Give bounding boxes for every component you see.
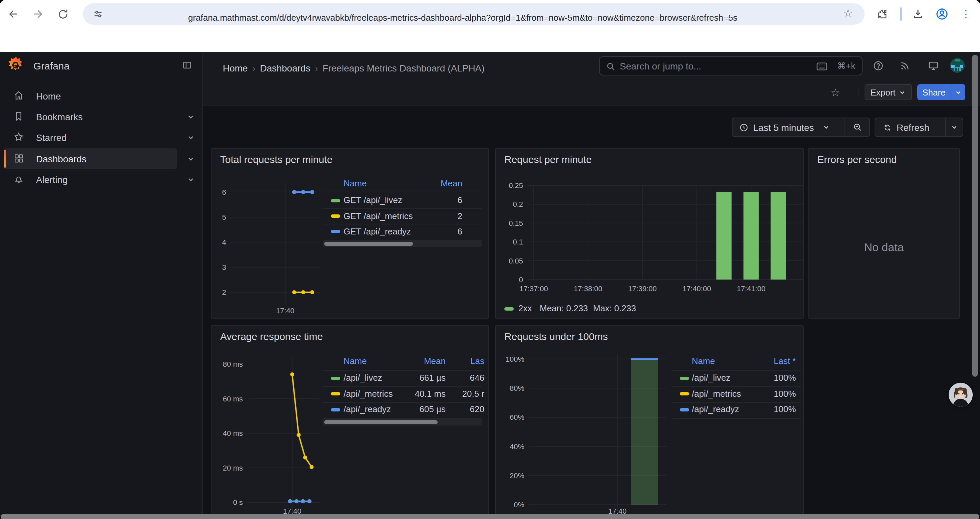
chevron-down-icon xyxy=(951,124,958,131)
sidebar-item-starred[interactable]: Starred xyxy=(0,127,203,148)
active-item-highlight xyxy=(4,148,177,169)
help-icon[interactable] xyxy=(873,60,884,72)
monitor-icon[interactable] xyxy=(927,60,939,72)
browser-menu-icon[interactable]: ⋮ xyxy=(958,6,974,22)
legend-row-name[interactable]: GET /api/_metrics xyxy=(344,211,413,221)
refresh-icon xyxy=(883,123,892,132)
time-range-picker[interactable]: Last 5 minutes xyxy=(732,118,845,136)
legend-header-name[interactable]: Name xyxy=(344,179,367,188)
breadcrumb-home[interactable]: Home xyxy=(223,63,248,73)
legend-scrollbar-thumb[interactable] xyxy=(324,241,413,246)
series-color-pill xyxy=(680,408,689,411)
legend-header-last[interactable]: Las xyxy=(450,357,484,366)
extensions-icon[interactable] xyxy=(874,6,890,22)
star-icon xyxy=(13,132,24,142)
legend-row-name[interactable]: /api/_readyz xyxy=(692,405,739,414)
chevron-down-icon[interactable] xyxy=(187,176,195,184)
svg-text:80%: 80% xyxy=(510,384,524,393)
refresh-interval-button[interactable] xyxy=(946,118,963,136)
forward-icon[interactable] xyxy=(30,6,46,22)
screen: grafana.mathmast.com/d/deytv4rwavabkb/fr… xyxy=(0,0,980,519)
legend-row-name[interactable]: /api/_readyz xyxy=(344,405,391,414)
clock-icon xyxy=(739,123,749,132)
svg-text:60 ms: 60 ms xyxy=(223,395,243,403)
svg-text:2: 2 xyxy=(222,288,226,297)
legend-header-name[interactable]: Name xyxy=(692,357,715,366)
url-bar[interactable]: grafana.mathmast.com/d/deytv4rwavabkb/fr… xyxy=(83,3,865,25)
favorite-star-icon[interactable]: ☆ xyxy=(830,86,840,99)
legend-row-name[interactable]: GET /api/_livez xyxy=(344,196,402,205)
brand-name: Grafana xyxy=(33,60,69,72)
sidebar-item-alerting[interactable]: Alerting xyxy=(0,169,203,190)
panel-average-response-time: Average response time 80 ms60 ms40 ms20 … xyxy=(211,325,489,519)
site-settings-icon[interactable] xyxy=(92,8,104,20)
svg-text:80 ms: 80 ms xyxy=(223,360,243,368)
search-shortcut: ⌘+k xyxy=(837,61,855,71)
svg-text:20%: 20% xyxy=(510,471,524,480)
share-menu-button[interactable] xyxy=(951,84,965,100)
actions-divider xyxy=(859,87,859,97)
svg-text:60%: 60% xyxy=(510,413,524,422)
share-button[interactable]: Share xyxy=(917,84,951,100)
svg-text:40 ms: 40 ms xyxy=(223,429,243,438)
search-input[interactable]: Search or jump to... ⌘+k xyxy=(599,56,862,75)
keyboard-icon xyxy=(816,62,827,71)
url-text[interactable]: grafana.mathmast.com/d/deytv4rwavabkb/fr… xyxy=(188,13,738,23)
back-icon[interactable] xyxy=(5,6,21,22)
panel-errors-per-second: Errors per second No data xyxy=(808,148,960,319)
legend-row-value: 100% xyxy=(749,389,796,398)
chevron-down-icon[interactable] xyxy=(187,134,195,142)
home-icon xyxy=(13,90,24,101)
horizontal-scrollbar[interactable] xyxy=(1,514,979,519)
request-per-minute-chart[interactable]: 0.250.20.150.10.05017:37:0017:38:0017:39… xyxy=(496,149,805,319)
chevron-down-icon xyxy=(899,88,906,96)
dashboards-icon xyxy=(13,153,24,164)
legend-row-name[interactable]: GET /api/_readyz xyxy=(344,227,411,236)
legend-header-mean[interactable]: Mean xyxy=(388,357,445,366)
user-avatar[interactable] xyxy=(950,58,965,73)
grafana-logo[interactable] xyxy=(8,56,24,74)
svg-text:17:40:00: 17:40:00 xyxy=(682,284,711,293)
floating-assistant-avatar[interactable] xyxy=(949,383,973,407)
svg-text:0.2: 0.2 xyxy=(513,200,523,208)
profile-icon[interactable] xyxy=(934,6,950,22)
time-range-control: Last 5 minutes xyxy=(732,118,870,137)
sidebar-item-bookmarks[interactable]: Bookmarks xyxy=(0,106,203,127)
legend-header-last[interactable]: Last * xyxy=(749,357,796,366)
breadcrumb-dashboards[interactable]: Dashboards xyxy=(260,63,310,73)
series-color-pill xyxy=(504,307,514,311)
bookmarks-bar: Freeleaps 收藏博客 xyxy=(0,28,980,52)
legend-row-name[interactable]: /api/_metrics xyxy=(692,389,741,398)
export-button[interactable]: Export xyxy=(865,84,912,100)
legend-series-label[interactable]: 2xx xyxy=(519,304,532,313)
bookmark-icon xyxy=(13,111,24,121)
reload-icon[interactable] xyxy=(55,6,71,22)
requests-under-100ms-chart[interactable]: 100%80%60%40%20%0%17:40 xyxy=(496,326,805,519)
legend-header-mean[interactable]: Mean xyxy=(412,179,462,188)
downloads-icon[interactable] xyxy=(910,6,926,22)
series-color-pill xyxy=(331,230,340,233)
chevron-down-icon[interactable] xyxy=(187,155,195,163)
refresh-button[interactable]: Refresh xyxy=(875,118,945,136)
vertical-scrollbar[interactable] xyxy=(972,55,978,377)
legend-mean-stat: Mean: 0.233 xyxy=(540,304,588,313)
svg-text:100%: 100% xyxy=(506,355,524,363)
news-rss-icon[interactable] xyxy=(899,60,911,72)
sidebar-item-home[interactable]: Home xyxy=(0,86,203,106)
active-item-accent xyxy=(4,150,6,168)
legend-scrollbar-thumb[interactable] xyxy=(324,420,438,424)
svg-text:0: 0 xyxy=(519,276,523,284)
series-color-pill xyxy=(331,214,340,218)
breadcrumb-separator: › xyxy=(310,63,323,73)
legend-row-name[interactable]: /api/_metrics xyxy=(344,389,393,398)
sidebar-item-dashboards[interactable]: Dashboards xyxy=(0,148,203,169)
chevron-down-icon[interactable] xyxy=(187,113,195,121)
zoom-out-button[interactable] xyxy=(845,118,869,136)
legend-row-name[interactable]: /api/_livez xyxy=(692,374,730,383)
collapse-sidebar-icon[interactable] xyxy=(182,60,192,70)
grafana-header xyxy=(203,52,980,105)
svg-text:20 ms: 20 ms xyxy=(223,464,243,472)
legend-header-name[interactable]: Name xyxy=(344,357,367,366)
bookmark-star-icon[interactable]: ☆ xyxy=(843,7,853,19)
legend-row-name[interactable]: /api/_livez xyxy=(344,374,382,383)
